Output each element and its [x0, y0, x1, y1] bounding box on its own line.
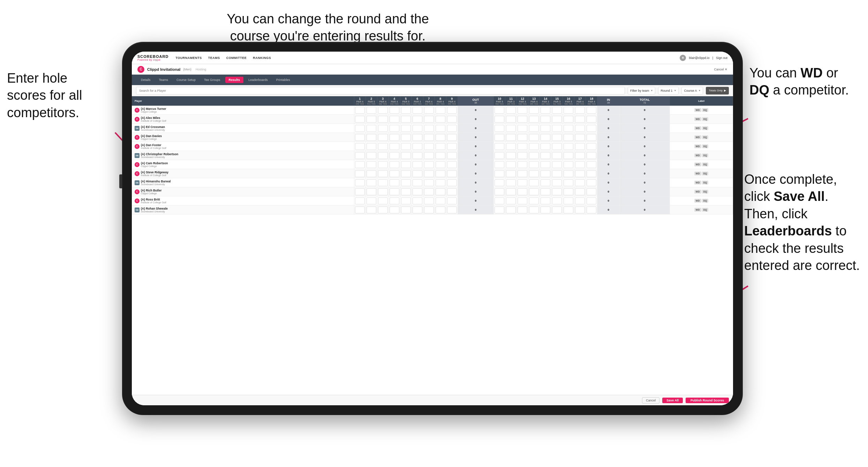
hole-12-score-input[interactable]: [518, 152, 527, 159]
hole-16-score-input[interactable]: [564, 206, 573, 213]
hole-1-score-input[interactable]: [355, 206, 365, 213]
wd-button[interactable]: WD: [694, 126, 701, 130]
hole-10-score-input[interactable]: [495, 107, 504, 114]
hole-4-score-input[interactable]: [390, 125, 399, 132]
hole-6-score-input[interactable]: [413, 197, 422, 204]
hole-9-score-input[interactable]: [447, 206, 457, 213]
hole-16-score-input[interactable]: [564, 116, 573, 123]
hole-2-score-input[interactable]: [367, 170, 376, 177]
hole-2-score-input[interactable]: [367, 179, 376, 186]
wd-button[interactable]: WD: [694, 117, 701, 121]
hole-3-score-input[interactable]: [378, 188, 388, 195]
hole-8-score-input[interactable]: [436, 188, 445, 195]
hole-11-score-input[interactable]: [506, 152, 516, 159]
hole-4-score-input[interactable]: [390, 107, 399, 114]
hole-17-score-input[interactable]: [575, 116, 585, 123]
hole-5-score-input[interactable]: [401, 170, 411, 177]
hole-17-score-input[interactable]: [575, 188, 585, 195]
hole-8-score-input[interactable]: [436, 116, 445, 123]
hole-11-score-input[interactable]: [506, 170, 516, 177]
wd-button[interactable]: WD: [694, 135, 701, 139]
hole-10-score-input[interactable]: [495, 152, 504, 159]
hole-1-score-input[interactable]: [355, 107, 365, 114]
hole-9-score-input[interactable]: [447, 125, 457, 132]
hole-9-score-input[interactable]: [447, 134, 457, 141]
hole-11-score-input[interactable]: [506, 197, 516, 204]
tab-printables[interactable]: Printables: [273, 77, 294, 83]
hole-8-score-input[interactable]: [436, 107, 445, 114]
tab-course-setup[interactable]: Course Setup: [173, 77, 199, 83]
wd-button[interactable]: WD: [694, 163, 701, 166]
hole-14-score-input[interactable]: [541, 197, 550, 204]
hole-3-score-input[interactable]: [378, 107, 388, 114]
hole-12-score-input[interactable]: [518, 179, 527, 186]
hole-12-score-input[interactable]: [518, 206, 527, 213]
hole-18-score-input[interactable]: [587, 161, 596, 168]
hole-13-score-input[interactable]: [529, 188, 539, 195]
hole-3-score-input[interactable]: [378, 161, 388, 168]
hole-12-score-input[interactable]: [518, 197, 527, 204]
hole-1-score-input[interactable]: [355, 170, 365, 177]
hole-11-score-input[interactable]: [506, 125, 516, 132]
hole-7-score-input[interactable]: [424, 179, 434, 186]
hole-13-score-input[interactable]: [529, 134, 539, 141]
hole-1-score-input[interactable]: [355, 125, 365, 132]
sign-out-link[interactable]: Sign out: [716, 56, 727, 60]
hole-8-score-input[interactable]: [436, 170, 445, 177]
hole-10-score-input[interactable]: [495, 206, 504, 213]
hole-3-score-input[interactable]: [378, 116, 388, 123]
hole-3-score-input[interactable]: [378, 206, 388, 213]
save-all-button[interactable]: Save All: [662, 398, 683, 403]
hole-4-score-input[interactable]: [390, 143, 399, 150]
hole-15-score-input[interactable]: [552, 143, 562, 150]
hole-7-score-input[interactable]: [424, 161, 434, 168]
hole-7-score-input[interactable]: [424, 206, 434, 213]
hole-18-score-input[interactable]: [587, 179, 596, 186]
hole-16-score-input[interactable]: [564, 152, 573, 159]
hole-13-score-input[interactable]: [529, 125, 539, 132]
hole-6-score-input[interactable]: [413, 179, 422, 186]
hole-3-score-input[interactable]: [378, 152, 388, 159]
hole-1-score-input[interactable]: [355, 188, 365, 195]
hole-15-score-input[interactable]: [552, 134, 562, 141]
hole-17-score-input[interactable]: [575, 143, 585, 150]
hole-6-score-input[interactable]: [413, 170, 422, 177]
hole-5-score-input[interactable]: [401, 107, 411, 114]
hole-17-score-input[interactable]: [575, 125, 585, 132]
wd-button[interactable]: WD: [694, 199, 701, 203]
hole-18-score-input[interactable]: [587, 116, 596, 123]
hole-11-score-input[interactable]: [506, 179, 516, 186]
hole-6-score-input[interactable]: [413, 134, 422, 141]
tab-tee-groups[interactable]: Tee Groups: [201, 77, 224, 83]
hole-11-score-input[interactable]: [506, 116, 516, 123]
hole-17-score-input[interactable]: [575, 197, 585, 204]
hole-18-score-input[interactable]: [587, 107, 596, 114]
hole-7-score-input[interactable]: [424, 197, 434, 204]
hole-16-score-input[interactable]: [564, 134, 573, 141]
hole-6-score-input[interactable]: [413, 107, 422, 114]
hole-8-score-input[interactable]: [436, 125, 445, 132]
hole-5-score-input[interactable]: [401, 152, 411, 159]
hole-14-score-input[interactable]: [541, 125, 550, 132]
hole-1-score-input[interactable]: [355, 134, 365, 141]
wd-button[interactable]: WD: [694, 190, 701, 194]
hole-9-score-input[interactable]: [447, 179, 457, 186]
publish-round-button[interactable]: Publish Round Scores: [686, 398, 729, 403]
hole-12-score-input[interactable]: [518, 107, 527, 114]
hole-5-score-input[interactable]: [401, 116, 411, 123]
hole-7-score-input[interactable]: [424, 116, 434, 123]
hole-5-score-input[interactable]: [401, 197, 411, 204]
hole-4-score-input[interactable]: [390, 161, 399, 168]
hole-12-score-input[interactable]: [518, 116, 527, 123]
hole-4-score-input[interactable]: [390, 206, 399, 213]
hole-14-score-input[interactable]: [541, 170, 550, 177]
hole-12-score-input[interactable]: [518, 134, 527, 141]
hole-5-score-input[interactable]: [401, 125, 411, 132]
hole-9-score-input[interactable]: [447, 107, 457, 114]
hole-2-score-input[interactable]: [367, 125, 376, 132]
hole-17-score-input[interactable]: [575, 206, 585, 213]
hole-10-score-input[interactable]: [495, 161, 504, 168]
dq-button[interactable]: DQ: [702, 190, 709, 194]
hole-17-score-input[interactable]: [575, 170, 585, 177]
hole-16-score-input[interactable]: [564, 170, 573, 177]
